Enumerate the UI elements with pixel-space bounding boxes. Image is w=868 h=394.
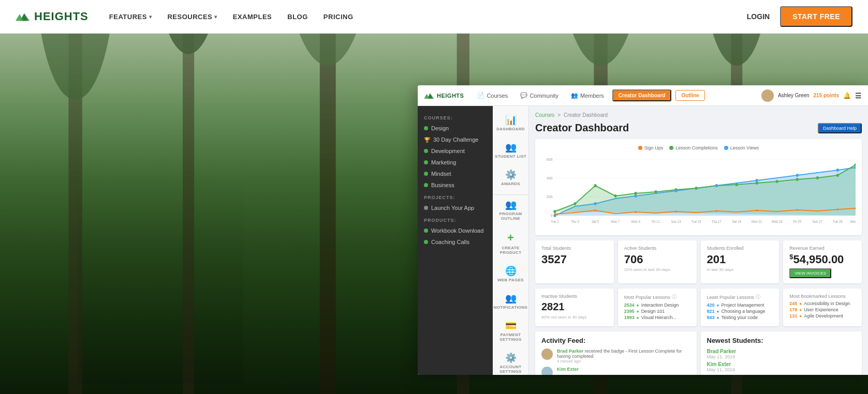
legend-signups: Sign Ups [638, 145, 664, 150]
svg-text:Fri 25: Fri 25 [793, 220, 802, 223]
stat-most-popular: Most Popular Lessons ⓘ 2534 ● Interactio… [618, 289, 697, 326]
chevron-down-icon: ▾ [149, 14, 152, 20]
courses-icon: 📄 [477, 92, 484, 99]
svg-text:Tue 15: Tue 15 [692, 220, 701, 223]
svg-point-59 [837, 208, 838, 210]
svg-text:200: 200 [547, 194, 553, 200]
svg-text:Mon 7: Mon 7 [611, 220, 620, 223]
svg-text:Wed 23: Wed 23 [772, 220, 783, 223]
sidebar-item-marketing[interactable]: Marketing [418, 157, 493, 168]
svg-point-52 [554, 213, 555, 215]
info-icon: ⓘ [672, 294, 676, 300]
svg-text:Mon 21: Mon 21 [752, 220, 762, 223]
most-bookmarked-list: 245 ● Accessibility in Design 179 ● User… [789, 301, 856, 319]
newest-students-title: Newest Students: [707, 337, 856, 344]
list-item: 179 ● User Experience [789, 307, 856, 312]
menu-icon[interactable]: ☰ [855, 92, 862, 100]
svg-point-38 [776, 180, 778, 183]
svg-point-46 [675, 189, 678, 192]
list-item: 420 ● Project Management [707, 302, 773, 308]
sidebar-item-mindset[interactable]: Mindset [418, 168, 493, 179]
app-logo: HEIGHTS [424, 92, 464, 99]
sidebar-item-coaching[interactable]: Coaching Calls [418, 236, 493, 248]
svg-point-27 [553, 210, 556, 213]
nav-blog[interactable]: BLOG [287, 13, 308, 21]
notification-icon[interactable]: 🔔 [843, 92, 851, 99]
sidebar-item-design[interactable]: Design [418, 123, 493, 134]
chart-svg: 600 400 200 0 [541, 155, 856, 227]
sidebar-item-workbook[interactable]: Workbook Download [418, 225, 493, 236]
user-name: Ashley Green [778, 93, 810, 98]
stats-row-2: Inactive Students 2821 80% not seen in 3… [535, 289, 862, 326]
community-icon: 💬 [520, 92, 527, 99]
stat-inactive: Inactive Students 2821 80% not seen in 3… [535, 289, 614, 326]
nav-logo[interactable]: HEIGHTS [16, 10, 89, 23]
signups-dot [638, 146, 642, 150]
nav-pricing[interactable]: PRICING [323, 13, 354, 21]
svg-point-41 [836, 174, 839, 177]
nav-links: FEATURES ▾ RESOURCES ▾ EXAMPLES BLOG PRI… [109, 13, 747, 21]
view-invoices-button[interactable]: VIEW INVOICES [789, 268, 831, 278]
svg-point-56 [715, 210, 717, 212]
nav-examples[interactable]: EXAMPLES [233, 13, 272, 21]
app-screenshot: HEIGHTS 📄 Courses 💬 Community 👥 Members … [418, 85, 868, 375]
sidebar-dashboard[interactable]: 📊 DASHBOARD [493, 110, 528, 135]
sidebar-notifications[interactable]: 👥 NOTIFICATIONS [493, 289, 528, 314]
svg-point-53 [594, 209, 596, 211]
notifications-icon: 👥 [505, 293, 517, 304]
user-points: 215 points [814, 93, 839, 98]
page-title: Creator Dashboard [535, 122, 629, 134]
sidebar-web-pages[interactable]: 🌐 WEB PAGES [493, 261, 528, 286]
courses-sidebar: COURSES: Design 🏆 30 Day Challenge Devel… [418, 106, 493, 375]
svg-point-30 [614, 194, 616, 198]
start-free-button[interactable]: START FREE [780, 6, 852, 27]
app-nav-courses[interactable]: 📄 Courses [473, 92, 512, 99]
nav-features[interactable]: FEATURES ▾ [109, 13, 152, 21]
newest-students-card: Newest Students: Brad Parker May 11, 201… [701, 331, 862, 375]
svg-point-44 [594, 202, 596, 205]
svg-text:Sat 5: Sat 5 [592, 220, 599, 223]
svg-point-40 [816, 176, 819, 179]
app-logo-text: HEIGHTS [437, 93, 464, 99]
app-nav-members[interactable]: 👥 Members [567, 92, 608, 99]
sidebar-item-development[interactable]: Development [418, 145, 493, 157]
sidebar-item-30day[interactable]: 🏆 30 Day Challenge [418, 134, 493, 145]
stat-most-bookmarked: Most Bookmarked Lessons 245 ● Accessibil… [783, 289, 862, 326]
account-settings-icon: ⚙️ [505, 352, 517, 363]
activity-feed-title: Activity Feed: [541, 337, 690, 344]
sidebar-awards[interactable]: ⚙️ AWARDS [493, 165, 528, 190]
sidebar-create-product[interactable]: + CREATE PRODUCT [493, 227, 528, 259]
breadcrumb-courses[interactable]: Courses [535, 112, 554, 118]
svg-point-54 [635, 211, 636, 213]
nav-resources[interactable]: RESOURCES ▾ [167, 13, 217, 21]
svg-text:600: 600 [547, 157, 553, 162]
list-item: 821 ● Choosing a language [707, 309, 773, 314]
payment-settings-icon: 💳 [505, 320, 517, 331]
chart-legend: Sign Ups Lesson Completions Lesson Views [541, 145, 856, 150]
outline-button[interactable]: Outline [675, 90, 704, 101]
stat-total-students: Total Students 3527 [535, 240, 614, 283]
breadcrumb: Courses > Creator Dashboard [535, 112, 862, 118]
app-nav-community[interactable]: 💬 Community [516, 92, 563, 99]
login-button[interactable]: LOGIN [747, 12, 770, 21]
sidebar-item-launch[interactable]: Launch Your App [418, 202, 493, 214]
app-body: COURSES: Design 🏆 30 Day Challenge Devel… [418, 106, 868, 375]
create-product-icon: + [507, 231, 514, 245]
sidebar-student-list[interactable]: 👥 STUDENT LIST [493, 138, 528, 163]
sidebar-payment-settings[interactable]: 💳 PAYMENT SETTINGS [493, 316, 528, 346]
dashboard-help-button[interactable]: Dashboard Help [818, 123, 862, 133]
svg-text:Fri 11: Fri 11 [652, 220, 660, 223]
list-item: 2534 ● Interaction Design [624, 302, 690, 308]
creator-dashboard-button[interactable]: Creator Dashboard [612, 89, 672, 101]
activity-user-name: Brad Parker [557, 348, 583, 354]
sidebar-item-business[interactable]: Business [418, 179, 493, 191]
main-nav: HEIGHTS FEATURES ▾ RESOURCES ▾ EXAMPLES … [0, 0, 868, 34]
dot-icon [424, 229, 428, 233]
sidebar-account-settings[interactable]: ⚙️ ACCOUNT SETTINGS [493, 348, 528, 375]
dot-icon [424, 240, 428, 244]
list-item: 131 ● Agile Development [789, 313, 856, 319]
bottom-row: Activity Feed: Brad Parker received the … [535, 331, 862, 375]
avatar [761, 89, 774, 102]
dot-icon [424, 206, 428, 210]
sidebar-program-outline[interactable]: 👥 PROGRAM OUTLINE [493, 194, 528, 225]
